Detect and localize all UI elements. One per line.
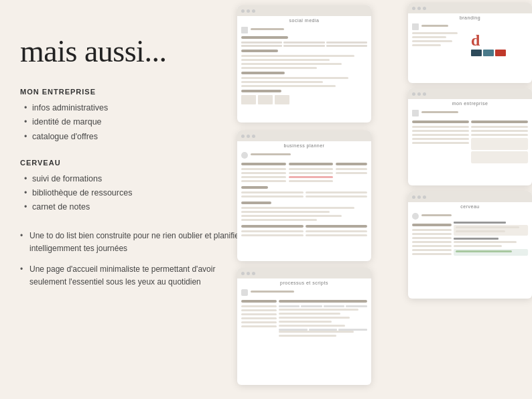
mock-content (412, 253, 452, 255)
card-title: business planner (237, 141, 371, 149)
extra-bullet-1: Une to do list bien construite pour ne r… (20, 230, 248, 255)
mock-cell (309, 329, 338, 331)
mock-col (279, 298, 367, 339)
mock-content (241, 63, 342, 65)
mock-section (241, 90, 367, 104)
card-header (408, 3, 532, 13)
mock-content (421, 111, 458, 113)
card-title: cerveau (408, 202, 532, 210)
mock-content (241, 325, 277, 327)
card-title: social media (237, 16, 371, 24)
mock-content (289, 180, 334, 182)
mock-content (241, 234, 304, 236)
social-icon (241, 27, 248, 33)
mock-col (241, 191, 304, 200)
card-business-planner: business planner (237, 131, 371, 261)
window-dot (241, 9, 245, 13)
mock-row (241, 298, 367, 339)
window-dot (412, 92, 415, 96)
mock-content (306, 230, 368, 232)
mock-col (306, 191, 368, 200)
card-header (237, 131, 371, 141)
mock-content (289, 168, 334, 170)
mock-content (412, 121, 469, 123)
mock-content (412, 142, 469, 144)
mock-content (454, 245, 502, 247)
mock-row (241, 161, 367, 184)
planner-icon (241, 152, 248, 159)
mock-content (241, 50, 278, 52)
mock-cell (279, 329, 308, 331)
formations-heading (454, 222, 506, 224)
mock-col (471, 118, 528, 163)
mock-content (241, 207, 354, 209)
window-dot (423, 7, 426, 10)
mock-content (241, 176, 286, 178)
mock-content (279, 325, 345, 327)
mock-col (306, 223, 368, 238)
mock-section (241, 202, 367, 238)
mock-cell (279, 305, 300, 307)
mock-content (412, 233, 452, 235)
mock-content (241, 172, 286, 174)
mock-content (306, 195, 368, 197)
cerveau-person-icon (412, 213, 419, 220)
section2-bullets: suivi de formations bibliothèque de ress… (20, 172, 248, 215)
mock-col (454, 222, 528, 257)
bullet-item: suivi de formations (23, 172, 248, 186)
window-dot (247, 272, 250, 275)
mock-col (412, 32, 469, 48)
mock-content (421, 214, 452, 216)
mock-content (251, 153, 291, 155)
mock-cell (241, 95, 256, 104)
entreprise-icon (412, 110, 419, 116)
mock-cell (346, 305, 367, 307)
mock-content (412, 237, 452, 239)
mock-section (471, 138, 528, 163)
mock-content (241, 215, 342, 217)
card-processus: processus et scripts (237, 268, 371, 385)
bullet-item: infos administratives (23, 101, 248, 115)
mock-content (279, 317, 350, 319)
card-title: mon entreprise (408, 99, 532, 107)
mock-content (241, 36, 288, 39)
screenshots-panel: social media (237, 0, 532, 399)
card-cerveau: cerveau (408, 191, 532, 299)
mock-content (412, 32, 458, 34)
mock-content (279, 300, 367, 303)
mock-content (241, 77, 348, 79)
mock-content (456, 230, 505, 232)
mock-content (456, 226, 519, 228)
mock-content (412, 36, 446, 38)
bullet-item: catalogue d'offres (23, 130, 248, 144)
window-dot (241, 272, 245, 275)
mock-cell (241, 45, 282, 47)
mock-content (241, 59, 330, 61)
window-dot (417, 195, 421, 199)
mock-col (289, 161, 334, 184)
card-title: processus et scripts (237, 278, 371, 287)
color-swatch (471, 50, 482, 56)
branding-content: d (412, 32, 528, 56)
mock-content (241, 191, 304, 193)
mock-content (241, 55, 354, 57)
mock-content (241, 81, 323, 83)
card-header (408, 88, 532, 99)
mock-content (412, 126, 469, 128)
mock-content (289, 172, 334, 174)
formations-box (454, 225, 528, 236)
mock-section (241, 72, 367, 87)
mock-content (279, 309, 358, 311)
window-dot (252, 9, 255, 13)
mock-content (336, 163, 367, 165)
color-swatch (495, 50, 506, 56)
mock-cell (283, 42, 324, 44)
processus-icon (241, 289, 248, 296)
mock-content (279, 313, 340, 315)
color-swatch (483, 50, 494, 56)
card-body (237, 24, 371, 107)
window-dot (412, 195, 415, 199)
mock-content (241, 219, 317, 221)
a-decouvrir-heading (454, 238, 498, 240)
mock-col (412, 222, 452, 257)
